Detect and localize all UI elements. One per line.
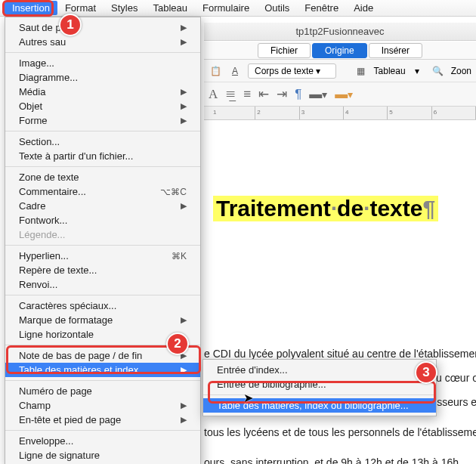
toolbar-row-1: 📋 A Corps de texte ▾ ▦ Tableau ▾ 🔍 Zoon	[204, 60, 476, 82]
menu-item-repere[interactable]: Repère de texte...	[5, 263, 200, 277]
menu-styles[interactable]: Styles	[104, 1, 145, 15]
window-title: tp1tp2Fusionneavec	[204, 23, 476, 41]
highlight-icon[interactable]: ▬▾	[309, 87, 327, 102]
menu-item-champ[interactable]: Champ▶	[5, 398, 200, 413]
pilcrow-icon[interactable]: ¶	[295, 87, 301, 102]
callout-1: 1	[59, 14, 82, 36]
menu-aide[interactable]: Aide	[346, 1, 381, 15]
menu-item-signature[interactable]: Ligne de signature	[5, 448, 200, 462]
menu-format[interactable]: Format	[57, 1, 104, 15]
menu-item-renvoi[interactable]: Renvoi...	[5, 277, 200, 292]
indent-right-icon[interactable]: ⇥	[277, 86, 287, 102]
menu-item-forme[interactable]: Forme▶	[5, 113, 200, 128]
zoom-icon[interactable]: 🔍	[431, 64, 445, 78]
font-a-icon[interactable]: A	[209, 87, 218, 102]
font-color-icon[interactable]: ▬▾	[335, 87, 353, 102]
line-spacing-icon[interactable]: ≡̲	[225, 86, 236, 102]
submenu-tdm-biblio[interactable]: Table des matières, index ou bibliograph…	[203, 398, 436, 413]
toolbar-row-2: A ≡̲ ≡ ⇤ ⇥ ¶ ▬▾ ▬▾	[204, 82, 476, 107]
doc-title: Traitement·de·texte¶	[213, 196, 438, 221]
menu-item-numero-page[interactable]: Numéro de page	[5, 384, 200, 398]
cursor-icon: ➤	[243, 391, 253, 405]
insertion-menu: Saut de p▶ Autres sau▶ Image... Diagramm…	[5, 17, 201, 464]
menu-item-legende: Légende...	[5, 227, 200, 242]
align-icon[interactable]: ≡	[243, 87, 251, 102]
menu-item-zone-texte[interactable]: Zone de texte	[5, 170, 200, 184]
menu-item-caracteres[interactable]: Caractères spéciaux...	[5, 299, 200, 313]
menu-item-diagramme[interactable]: Diagramme...	[5, 70, 200, 85]
menu-item-enveloppe[interactable]: Enveloppe...	[5, 434, 200, 448]
menu-item-saut[interactable]: Saut de p▶	[5, 20, 200, 35]
menu-item-marque[interactable]: Marque de formatage▶	[5, 313, 200, 327]
table-label[interactable]: Tableau	[374, 66, 406, 76]
menu-item-entete-pied[interactable]: En-tête et pied de page▶	[5, 413, 200, 427]
a-underline-icon[interactable]: A	[228, 64, 242, 78]
paste-icon[interactable]: 📋	[209, 64, 222, 78]
tab-inserer[interactable]: Insérer	[369, 43, 422, 58]
tab-origine[interactable]: Origine	[312, 43, 367, 58]
menu-outils[interactable]: Outils	[257, 1, 297, 15]
callout-3: 3	[415, 361, 437, 384]
menu-item-cadre[interactable]: Cadre▶	[5, 199, 200, 213]
menu-item-autres-sauts[interactable]: Autres sau▶	[5, 35, 200, 49]
indent-left-icon[interactable]: ⇤	[258, 86, 269, 102]
table-icon[interactable]: ▦	[354, 64, 368, 78]
submenu-entree-index[interactable]: Entrée d'index...	[203, 363, 436, 377]
menu-item-hyperlien[interactable]: Hyperlien...⌘K	[5, 249, 200, 263]
context-tabs: Fichier Origine Insérer	[204, 42, 476, 60]
menu-item-objet[interactable]: Objet▶	[5, 99, 200, 113]
menu-item-fontwork[interactable]: Fontwork...	[5, 213, 200, 227]
menu-insertion[interactable]: Insertion	[5, 1, 57, 15]
menu-item-texte-fichier[interactable]: Texte à partir d'un fichier...	[5, 149, 200, 163]
menu-item-commentaire[interactable]: Commentaire...⌥⌘C	[5, 184, 200, 199]
tdm-submenu: Entrée d'index... Entrée de bibliographi…	[202, 359, 437, 416]
paragraph-style-select[interactable]: Corps de texte ▾	[248, 63, 336, 79]
menu-item-section[interactable]: Section...	[5, 135, 200, 149]
menu-tableau[interactable]: Tableau	[145, 1, 195, 15]
submenu-entree-biblio[interactable]: Entrée de bibliographie...	[203, 377, 436, 391]
menu-item-tdm-index[interactable]: Table des matières et index▶	[5, 363, 200, 377]
zoom-label[interactable]: Zoon	[451, 66, 471, 76]
menu-item-media[interactable]: Média▶	[5, 85, 200, 99]
callout-2: 2	[166, 333, 189, 355]
tab-fichier[interactable]: Fichier	[258, 43, 311, 58]
menu-fenetre[interactable]: Fenêtre	[297, 1, 346, 15]
ruler[interactable]: 1 2 3 4 5 6	[204, 107, 476, 120]
menu-formulaire[interactable]: Formulaire	[195, 1, 257, 15]
menu-item-image[interactable]: Image...	[5, 56, 200, 70]
